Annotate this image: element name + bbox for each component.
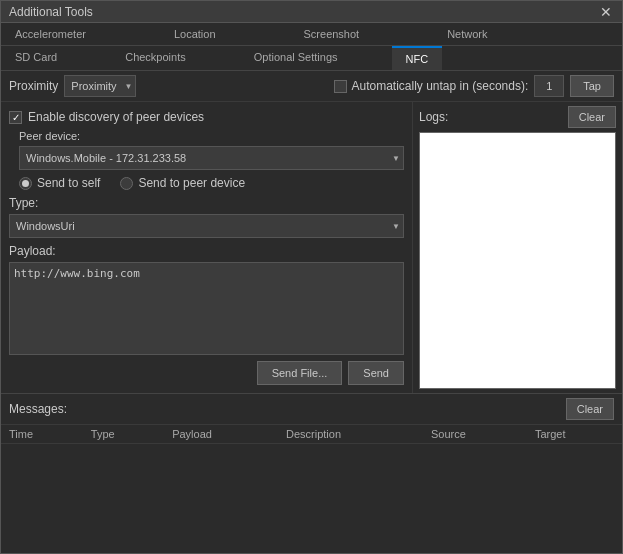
payload-label: Payload: bbox=[9, 244, 404, 258]
nfc-content: Enable discovery of peer devices Peer de… bbox=[1, 102, 622, 393]
tab-network[interactable]: Network bbox=[433, 23, 501, 45]
send-file-button[interactable]: Send File... bbox=[257, 361, 343, 385]
tab-nfc[interactable]: NFC bbox=[392, 46, 443, 70]
table-header-row: Time Type Payload Description Source Tar… bbox=[1, 425, 622, 444]
col-description: Description bbox=[278, 425, 423, 444]
auto-untap-value-input[interactable] bbox=[534, 75, 564, 97]
logs-panel: Logs: Clear bbox=[412, 102, 622, 393]
auto-untap-checkbox-container: Automatically untap in (seconds): bbox=[334, 79, 528, 93]
auto-untap-checkbox[interactable] bbox=[334, 80, 347, 93]
peer-device-section: Peer device: Windows.Mobile - 172.31.233… bbox=[19, 130, 404, 170]
type-label: Type: bbox=[9, 196, 404, 210]
send-to-self-circle bbox=[19, 177, 32, 190]
tabs-row-2: SD Card Checkpoints Optional Settings NF… bbox=[1, 46, 622, 71]
messages-label: Messages: bbox=[9, 402, 67, 416]
logs-header: Logs: Clear bbox=[419, 106, 616, 128]
tabs-row-1: Accelerometer Location Screenshot Networ… bbox=[1, 23, 622, 46]
logs-area bbox=[419, 132, 616, 389]
payload-section: Payload: http://www.bing.com bbox=[9, 244, 404, 355]
nfc-top-bar: Proximity Proximity Automatically untap … bbox=[1, 71, 622, 102]
send-to-self-label: Send to self bbox=[37, 176, 100, 190]
close-button[interactable]: ✕ bbox=[598, 5, 614, 19]
col-type: Type bbox=[83, 425, 164, 444]
tab-accelerometer[interactable]: Accelerometer bbox=[1, 23, 100, 45]
send-to-peer-label: Send to peer device bbox=[138, 176, 245, 190]
type-section: Type: WindowsUri bbox=[9, 196, 404, 238]
peer-device-label: Peer device: bbox=[19, 130, 404, 142]
type-dropdown[interactable]: WindowsUri bbox=[9, 214, 404, 238]
proximity-select-wrapper: Proximity bbox=[64, 75, 136, 97]
tap-button[interactable]: Tap bbox=[570, 75, 614, 97]
send-to-peer-circle bbox=[120, 177, 133, 190]
enable-discovery-row: Enable discovery of peer devices bbox=[9, 110, 404, 124]
col-target: Target bbox=[527, 425, 622, 444]
col-time: Time bbox=[1, 425, 83, 444]
title-bar: Additional Tools ✕ bbox=[1, 1, 622, 23]
window-title: Additional Tools bbox=[9, 5, 93, 19]
tab-screenshot[interactable]: Screenshot bbox=[290, 23, 374, 45]
tab-optional-settings[interactable]: Optional Settings bbox=[240, 46, 352, 70]
send-button[interactable]: Send bbox=[348, 361, 404, 385]
payload-textarea[interactable]: http://www.bing.com bbox=[9, 262, 404, 355]
peer-device-select-wrapper: Windows.Mobile - 172.31.233.58 bbox=[19, 146, 404, 170]
radio-row: Send to self Send to peer device bbox=[19, 176, 404, 190]
clear-logs-button[interactable]: Clear bbox=[568, 106, 616, 128]
col-source: Source bbox=[423, 425, 527, 444]
proximity-dropdown[interactable]: Proximity bbox=[64, 75, 136, 97]
nfc-left-panel: Enable discovery of peer devices Peer de… bbox=[1, 102, 412, 393]
messages-header: Messages: Clear bbox=[1, 394, 622, 425]
enable-discovery-label: Enable discovery of peer devices bbox=[28, 110, 204, 124]
nfc-main-section: Enable discovery of peer devices Peer de… bbox=[1, 102, 622, 553]
messages-section: Messages: Clear Time Type Payload Descri… bbox=[1, 393, 622, 553]
tab-location[interactable]: Location bbox=[160, 23, 230, 45]
messages-table: Time Type Payload Description Source Tar… bbox=[1, 425, 622, 444]
col-payload: Payload bbox=[164, 425, 278, 444]
enable-discovery-checkbox[interactable] bbox=[9, 111, 22, 124]
tab-sdcard[interactable]: SD Card bbox=[1, 46, 71, 70]
action-buttons: Send File... Send bbox=[9, 361, 404, 385]
peer-device-dropdown[interactable]: Windows.Mobile - 172.31.233.58 bbox=[19, 146, 404, 170]
proximity-label: Proximity bbox=[9, 79, 58, 93]
clear-messages-button[interactable]: Clear bbox=[566, 398, 614, 420]
additional-tools-window: Additional Tools ✕ Accelerometer Locatio… bbox=[0, 0, 623, 554]
send-to-self-radio[interactable]: Send to self bbox=[19, 176, 100, 190]
auto-untap-row: Automatically untap in (seconds): Tap bbox=[142, 75, 614, 97]
logs-label: Logs: bbox=[419, 110, 448, 124]
auto-untap-label: Automatically untap in (seconds): bbox=[351, 79, 528, 93]
type-select-wrapper: WindowsUri bbox=[9, 214, 404, 238]
tab-checkpoints[interactable]: Checkpoints bbox=[111, 46, 200, 70]
messages-table-container: Time Type Payload Description Source Tar… bbox=[1, 425, 622, 553]
send-to-peer-radio[interactable]: Send to peer device bbox=[120, 176, 245, 190]
